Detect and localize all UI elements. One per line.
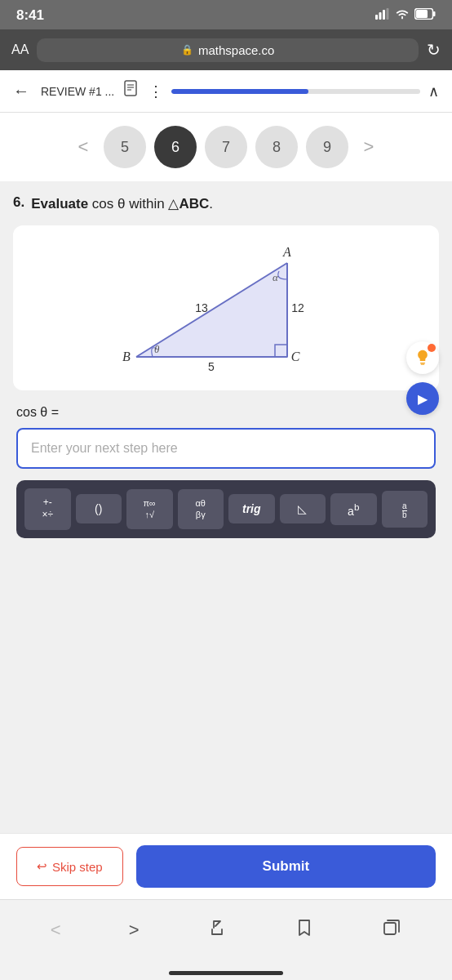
- pagination-item-9[interactable]: 9: [306, 126, 348, 168]
- greek-button[interactable]: αθβγ: [178, 489, 224, 529]
- pagination-bar: < 5 6 7 8 9 >: [0, 113, 452, 181]
- svg-text:12: 12: [291, 301, 304, 314]
- svg-rect-6: [433, 11, 436, 16]
- home-indicator: [0, 966, 452, 980]
- svg-text:C: C: [291, 350, 300, 363]
- svg-text:13: 13: [195, 301, 208, 314]
- triangle-icon: ◺: [298, 502, 307, 515]
- svg-rect-5: [416, 10, 428, 18]
- pagination-item-6[interactable]: 6: [154, 126, 197, 168]
- video-button[interactable]: ▶: [406, 382, 439, 415]
- trig-button[interactable]: trig: [228, 494, 275, 523]
- doc-icon[interactable]: [122, 80, 140, 102]
- svg-text:5: 5: [208, 360, 215, 373]
- svg-rect-2: [383, 10, 385, 20]
- status-bar: 8:41: [0, 0, 452, 29]
- browser-back-button[interactable]: <: [42, 916, 69, 944]
- svg-text:θ: θ: [154, 343, 160, 355]
- question-card: 6. Evaluate cos θ within △ABC.: [13, 194, 439, 538]
- wifi-icon: [395, 8, 410, 23]
- hint-dot: [428, 344, 436, 352]
- pi-label: π∞↑√: [144, 497, 156, 521]
- pagination-item-7[interactable]: 7: [205, 126, 247, 168]
- power-button[interactable]: ab: [330, 493, 377, 526]
- pagination-item-8[interactable]: 8: [255, 126, 298, 168]
- hint-button[interactable]: [406, 341, 439, 374]
- browser-share-button[interactable]: [199, 915, 235, 946]
- nav-title: REVIEW #1 ...: [41, 85, 114, 98]
- status-time: 8:41: [16, 7, 44, 24]
- nav-dots[interactable]: ⋮: [148, 82, 163, 100]
- bottom-action-bar: ↩ Skip step Submit: [0, 833, 452, 899]
- home-bar: [169, 971, 283, 975]
- main-content: 6. Evaluate cos θ within △ABC.: [0, 181, 452, 833]
- signal-icon: [375, 8, 390, 23]
- browser-forward-button[interactable]: >: [121, 916, 148, 944]
- skip-step-label: Skip step: [52, 860, 103, 874]
- ops-label: +-×÷: [42, 497, 53, 522]
- svg-rect-24: [384, 923, 396, 934]
- pi-button[interactable]: π∞↑√: [126, 489, 173, 529]
- battery-icon: [414, 8, 436, 23]
- pagination-item-5[interactable]: 5: [104, 126, 146, 168]
- svg-rect-0: [375, 15, 378, 20]
- skip-icon: ↩: [37, 859, 47, 874]
- pagination-next-arrow[interactable]: >: [357, 136, 381, 158]
- question-header: 6. Evaluate cos θ within △ABC.: [13, 194, 439, 214]
- svg-rect-7: [125, 81, 136, 96]
- url-text: mathspace.co: [198, 43, 274, 57]
- math-keyboard: +-×÷ () π∞↑√ αθβγ trig ◺ ab: [16, 480, 436, 538]
- browser-bar: AA 🔒 mathspace.co ↻: [0, 29, 452, 70]
- browser-url-bar[interactable]: 🔒 mathspace.co: [37, 38, 419, 62]
- power-label: ab: [348, 501, 359, 518]
- lock-icon: 🔒: [181, 44, 193, 56]
- parens-label: (): [95, 502, 102, 515]
- submit-button[interactable]: Submit: [136, 845, 436, 888]
- svg-rect-3: [387, 8, 389, 20]
- fraction-label: a b: [402, 499, 407, 519]
- diagram-container: A B C α θ 5 12 13: [13, 225, 439, 390]
- browser-bookmark-button[interactable]: [286, 915, 322, 946]
- back-arrow[interactable]: ←: [13, 82, 29, 100]
- svg-text:α: α: [273, 271, 279, 283]
- answer-area: cos θ = Enter your next step here +-×÷ (…: [13, 405, 439, 538]
- trig-label: trig: [242, 502, 261, 515]
- play-icon: ▶: [418, 391, 428, 407]
- nav-bar: ← REVIEW #1 ... ⋮ ∧: [0, 70, 452, 113]
- answer-input-placeholder[interactable]: Enter your next step here: [31, 441, 178, 455]
- answer-input-wrap[interactable]: Enter your next step here: [16, 428, 436, 469]
- pagination-prev-arrow[interactable]: <: [71, 136, 95, 158]
- browser-nav: < >: [0, 899, 452, 966]
- question-number: 6.: [13, 194, 24, 211]
- browser-aa-label[interactable]: AA: [11, 42, 29, 57]
- ops-button[interactable]: +-×÷: [24, 488, 71, 530]
- svg-text:B: B: [122, 350, 131, 363]
- progress-bar: [171, 89, 420, 94]
- fraction-button[interactable]: a b: [382, 491, 428, 528]
- triangle-diagram: A B C α θ 5 12 13: [112, 238, 340, 377]
- question-text: Evaluate cos θ within △ABC.: [31, 194, 213, 214]
- svg-text:A: A: [282, 245, 291, 259]
- cos-label: cos θ =: [16, 405, 436, 420]
- submit-label: Submit: [263, 858, 310, 874]
- triangle-button[interactable]: ◺: [280, 494, 326, 523]
- spacer: [13, 538, 439, 718]
- progress-bar-fill: [171, 89, 308, 94]
- status-icons: [375, 8, 436, 23]
- chevron-up-icon[interactable]: ∧: [428, 82, 439, 100]
- refresh-icon[interactable]: ↻: [427, 40, 441, 60]
- browser-tabs-button[interactable]: [374, 915, 410, 946]
- parens-button[interactable]: (): [76, 494, 122, 523]
- greek-label: αθβγ: [196, 497, 206, 521]
- svg-rect-1: [379, 12, 382, 20]
- skip-step-button[interactable]: ↩ Skip step: [16, 847, 123, 886]
